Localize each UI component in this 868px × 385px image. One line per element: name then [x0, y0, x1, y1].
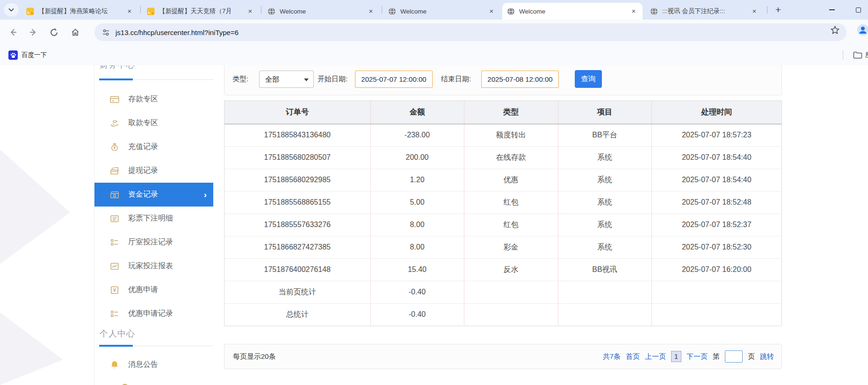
forward-button[interactable]: [26, 25, 41, 40]
browser-profile-avatar[interactable]: [857, 24, 868, 38]
all-bookmarks-button[interactable]: 所: [853, 49, 868, 62]
type-select-value: 全部: [265, 75, 279, 83]
sidebar-item-promo-apply[interactable]: 优惠申请: [94, 278, 213, 302]
prev-page-link[interactable]: 上一页: [645, 352, 666, 361]
sidebar-item-deposit[interactable]: 存款专区: [94, 87, 213, 111]
home-button[interactable]: [68, 25, 83, 40]
tab-title: :::视讯 会员下注纪录:::: [662, 7, 746, 15]
banknotes-icon: [109, 190, 120, 200]
browser-tab-strip: 【新提醒】海燕策略论坛 × 【新提醒】天天竞猜（7月 × Welcome × W…: [0, 0, 868, 20]
chevron-down-icon: [8, 8, 14, 12]
sidebar-item-label: 提现记录: [128, 166, 158, 176]
chart-icon: [109, 261, 120, 271]
tab-close-icon[interactable]: ×: [487, 7, 496, 15]
cell-amount: 8.00: [370, 236, 464, 258]
first-page-link[interactable]: 首页: [626, 352, 640, 361]
back-button[interactable]: [6, 25, 21, 40]
sidebar-item-lottery-bet-detail[interactable]: 彩票下注明细: [94, 207, 213, 230]
start-date-label: 开始日期:: [318, 70, 347, 88]
deposit-card-icon: [109, 94, 120, 105]
wallet-icon: [109, 166, 120, 176]
sidebar-item-label: 消息公告: [128, 360, 158, 370]
stat-label: 当前页统计: [224, 281, 370, 303]
stat-amount: -0.40: [370, 303, 464, 326]
table-header-row: 订单号 金额 类型 项目 处理时间: [224, 101, 781, 124]
sidebar-item-recharge-records[interactable]: ¥ 充值记录: [94, 135, 213, 159]
back-icon: [8, 28, 18, 37]
reload-button[interactable]: [46, 25, 61, 40]
folder-icon: [853, 51, 862, 59]
bell-icon: [109, 360, 120, 370]
sidebar-item-player-bet-report[interactable]: 玩家投注报表: [94, 254, 213, 278]
star-icon: [830, 25, 840, 35]
globe-favicon: [650, 7, 658, 15]
next-page-link[interactable]: 下一页: [687, 352, 708, 361]
tab-close-icon[interactable]: ×: [367, 7, 375, 15]
table-stat-row-total: 总统计 -0.40: [224, 303, 781, 326]
col-header-amount: 金额: [370, 101, 464, 124]
tab-close-icon[interactable]: ×: [750, 7, 759, 15]
sidebar-item-funds-records[interactable]: 资金记录 ›: [94, 183, 213, 207]
browser-tab-welcome-active[interactable]: Welcome ×: [502, 3, 643, 20]
cell-project: 系统: [558, 191, 651, 214]
globe-favicon: [507, 7, 515, 15]
browser-tab-forum-2[interactable]: 【新提醒】天天竞猜（7月 ×: [142, 3, 259, 20]
bookmarks-bar: 百度一下 所: [0, 45, 868, 65]
cell-order-no: 1751885843136480: [224, 124, 370, 146]
site-settings-icon: [102, 29, 110, 36]
section-divider: [99, 346, 213, 346]
browser-tab-welcome-2[interactable]: Welcome ×: [383, 3, 500, 20]
main-panel: 类型: 全部 开始日期: 2025-07-07 12:00:00 结束日期: 2…: [224, 65, 782, 385]
globe-favicon: [268, 7, 275, 15]
tab-close-icon[interactable]: ×: [125, 7, 134, 15]
start-date-input[interactable]: 2025-07-07 12:00:00: [355, 71, 433, 88]
grid-list-icon: [109, 237, 120, 248]
cell-project: BB平台: [558, 124, 651, 146]
sidebar: 财务中心 存款专区 取款专区 ¥ 充值记录 提现记录 资金记录 › 彩票下注明细: [94, 65, 213, 385]
jump-page-input[interactable]: [725, 350, 743, 363]
end-date-input[interactable]: 2025-07-08 12:00:00: [481, 71, 559, 88]
tab-title: Welcome: [519, 8, 626, 15]
current-page-indicator[interactable]: 1: [671, 351, 681, 362]
bookmark-star-button[interactable]: [830, 25, 840, 37]
sidebar-section-title-finance: 财务中心: [100, 65, 135, 71]
sidebar-item-hall-bet-records[interactable]: 厅室投注记录: [94, 230, 213, 254]
table-row: 1751876400276148 15.40 反水 BB视讯 2025-07-0…: [224, 258, 781, 281]
total-count-text: 共7条: [603, 352, 621, 361]
browser-tab-welcome-1[interactable]: Welcome ×: [263, 3, 380, 20]
cell-project: 系统: [558, 169, 651, 191]
sidebar-item-withdraw[interactable]: 取款专区: [94, 111, 213, 135]
bookmark-baidu[interactable]: 百度一下: [6, 49, 50, 62]
tab-close-icon[interactable]: ×: [629, 7, 638, 15]
chat-favicon: [147, 7, 155, 15]
browser-tab-records[interactable]: :::视讯 会员下注纪录::: ×: [645, 3, 763, 20]
sidebar-section-title-personal: 个人中心: [100, 328, 135, 339]
search-button[interactable]: 查询: [575, 70, 602, 88]
sidebar-item-announcements[interactable]: 消息公告: [94, 353, 213, 377]
bookmark-label: 百度一下: [22, 51, 47, 59]
section-divider-accent: [99, 345, 133, 347]
window-maximize-button[interactable]: [848, 0, 868, 20]
jump-prefix-text: 第: [713, 352, 720, 361]
coupon-icon: [109, 285, 120, 295]
tab-search-button[interactable]: [4, 3, 19, 16]
cell-order-no: 1751885680292985: [224, 169, 370, 191]
browser-tab-forum-1[interactable]: 【新提醒】海燕策略论坛 ×: [22, 3, 138, 20]
cell-type: 红包: [464, 214, 558, 236]
cell-type: 红包: [464, 191, 558, 214]
cell-amount: 5.00: [370, 191, 464, 214]
type-select[interactable]: 全部: [259, 71, 314, 88]
tab-close-icon[interactable]: ×: [246, 7, 254, 15]
cell-amount: 200.00: [370, 146, 464, 169]
address-bar[interactable]: js13.cc/hhcp/usercenter.html?iniType=6: [94, 23, 846, 41]
new-tab-button[interactable]: +: [772, 4, 785, 17]
sidebar-item-promo-apply-records[interactable]: 优惠申请记录: [94, 302, 213, 326]
window-minimize-button[interactable]: [822, 0, 842, 20]
sidebar-item-withdraw-records[interactable]: 提现记录: [94, 159, 213, 183]
tab-divider: [382, 6, 382, 14]
stat-amount: -0.40: [370, 281, 464, 303]
maximize-icon: [856, 7, 861, 13]
cell-time: 2025-07-07 18:54:40: [651, 169, 781, 191]
jump-go-link[interactable]: 跳转: [760, 352, 774, 361]
all-bookmarks-label: 所: [865, 51, 868, 59]
